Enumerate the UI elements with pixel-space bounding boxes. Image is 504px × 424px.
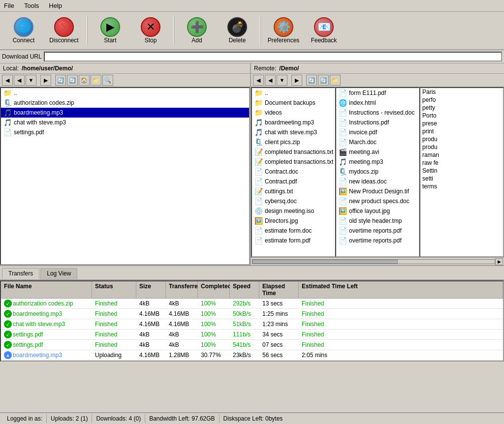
list-item[interactable]: 🎬meeting.avi — [336, 147, 419, 157]
list-item[interactable]: 🗜️ authorization codes.zip — [1, 98, 249, 108]
transfer-speed: 111b/s — [230, 330, 259, 339]
list-item[interactable]: 🎵boardmeeting.mp3 — [252, 118, 335, 127]
local-newfolder-button[interactable]: 📁 — [91, 75, 101, 86]
stop-button[interactable]: ✕ Stop — [131, 14, 170, 47]
list-item[interactable]: 📁.. — [252, 88, 335, 98]
preferences-icon: ⚙️ — [274, 17, 293, 37]
file-name: client pics.zip — [265, 139, 300, 146]
list-item[interactable]: produ — [420, 135, 503, 143]
local-dropdown-button[interactable]: ▼ — [26, 75, 36, 86]
remote-hscroll-thumb[interactable] — [252, 260, 398, 264]
delete-button[interactable]: 💣 Delete — [218, 14, 257, 47]
remote-newfolder-button[interactable]: 📁 — [330, 75, 341, 86]
local-refresh-button[interactable]: 🔄 — [55, 75, 66, 86]
list-item[interactable]: 📁Document backups — [252, 98, 335, 108]
local-search-button[interactable]: 🔍 — [102, 75, 113, 86]
preferences-button[interactable]: ⚙️ Preferences — [264, 14, 303, 47]
list-item[interactable]: 📄overtime reports.pdf — [336, 236, 419, 245]
list-item[interactable]: 🖼️Directors.jpg — [252, 216, 335, 226]
local-forward-button[interactable]: ▶ — [40, 75, 51, 86]
list-item[interactable]: 📄 settings.pdf — [1, 127, 249, 137]
list-item[interactable]: 📄cybersq.doc — [252, 196, 335, 206]
list-item[interactable]: Porto — [420, 112, 503, 120]
list-item[interactable]: produ — [420, 143, 503, 151]
list-item[interactable]: 🎵 chat with steve.mp3 — [1, 118, 249, 127]
file-name: authorization codes.zip — [14, 99, 74, 106]
list-item[interactable]: 📄form E111.pdf — [336, 88, 419, 98]
start-button[interactable]: ▶ Start — [91, 14, 130, 47]
list-item[interactable]: terms — [420, 182, 503, 190]
remote-forward-button[interactable]: ▶ — [291, 75, 302, 86]
list-item[interactable]: 🗜️mydocs.zip — [336, 167, 419, 177]
doc-icon: 📄 — [254, 197, 263, 206]
local-home-button[interactable]: 🏠 — [79, 75, 90, 86]
list-item[interactable]: 🎵 boardmeeting.mp3 — [1, 108, 249, 118]
list-item[interactable]: 📝completed transactions.txt — [252, 157, 335, 167]
remote-refresh2-button[interactable]: 🔄 — [318, 75, 329, 86]
list-item[interactable]: 📄old style header.tmp — [336, 216, 419, 226]
list-item[interactable]: 📄estimate form.pdf — [252, 236, 335, 245]
menu-help[interactable]: Help — [47, 1, 64, 10]
list-item[interactable]: 🎵meeting.mp3 — [336, 157, 419, 167]
file-name: New Product Design.tif — [349, 188, 409, 195]
list-item[interactable]: 🎵chat with steve.mp3 — [252, 127, 335, 137]
list-item[interactable]: 📄March.doc — [336, 137, 419, 147]
list-item[interactable]: prese — [420, 120, 503, 127]
remote-refresh-button[interactable]: 🔄 — [306, 75, 317, 86]
connect-button[interactable]: 🌐 Connect — [4, 14, 43, 47]
list-item[interactable]: petty — [420, 104, 503, 112]
list-item[interactable]: 📄invoice.pdf — [336, 127, 419, 137]
local-back2-button[interactable]: ◀ — [14, 75, 25, 86]
remote-back2-button[interactable]: ◀ — [265, 75, 276, 86]
add-button[interactable]: ➕ Add — [177, 14, 217, 47]
list-item[interactable]: perfo — [420, 96, 503, 104]
list-item[interactable]: 🌐index.html — [336, 98, 419, 108]
file-name: overtime reports.pdf — [349, 227, 402, 234]
feedback-button[interactable]: 📧 Feedback — [304, 14, 344, 47]
disconnect-button[interactable]: 🚫 Disconnect — [44, 14, 84, 47]
remote-panel-toolbar: ◀ ◀ ▼ ▶ 🔄 🔄 📁 — [251, 74, 504, 87]
list-item[interactable]: 📁 .. — [1, 88, 249, 98]
list-item[interactable]: 📝completed transactions.txt — [252, 147, 335, 157]
list-item[interactable]: 📄Contract.doc — [252, 167, 335, 177]
remote-dropdown-button[interactable]: ▼ — [277, 75, 287, 86]
disconnect-label: Disconnect — [49, 37, 78, 44]
list-item[interactable]: 📄overtime reports.pdf — [336, 226, 419, 236]
local-label: Local: — [3, 65, 19, 72]
list-item[interactable]: 📝cuttings.txt — [252, 186, 335, 196]
remote-hscroll-track[interactable] — [252, 259, 495, 264]
list-item[interactable]: 📄Instructions - revised.doc — [336, 108, 419, 118]
list-item[interactable]: 📄new ideas.doc — [336, 177, 419, 186]
menu-tools[interactable]: Tools — [22, 1, 41, 10]
local-back-button[interactable]: ◀ — [2, 75, 13, 86]
list-item[interactable]: 📄Instructions.pdf — [336, 118, 419, 127]
remote-back-button[interactable]: ◀ — [253, 75, 264, 86]
logged-in-status: Logged in as: — [3, 414, 47, 423]
list-item[interactable]: 💿design meeting.iso — [252, 206, 335, 216]
hscroll-right-button[interactable]: ▶ — [495, 258, 503, 265]
list-item[interactable]: 📄estimate form.doc — [252, 226, 335, 236]
list-item[interactable]: setti — [420, 175, 503, 182]
list-item[interactable]: Settin — [420, 167, 503, 175]
list-item[interactable]: 📄Contract.pdf — [252, 177, 335, 186]
tab-logview[interactable]: Log View — [40, 268, 77, 279]
remote-hscrollbar[interactable]: ▶ — [251, 257, 504, 265]
list-item[interactable]: 📁videos — [252, 108, 335, 118]
urlbar: Download URL — [0, 50, 504, 63]
list-item[interactable]: raman — [420, 151, 503, 159]
urlbar-input[interactable] — [44, 52, 502, 61]
list-item[interactable]: 🖼️New Product Design.tif — [336, 186, 419, 196]
list-item[interactable]: 📄new product specs.doc — [336, 196, 419, 206]
list-item[interactable]: print — [420, 127, 503, 135]
tab-transfers[interactable]: Transfers — [2, 268, 39, 279]
list-item[interactable]: Paris — [420, 88, 503, 96]
list-item[interactable]: 🖼️office layout.jpg — [336, 206, 419, 216]
file-name: cuttings.txt — [265, 188, 293, 195]
list-item[interactable]: raw fe — [420, 159, 503, 167]
transfer-esttime: 2:05 mins — [299, 351, 503, 360]
menu-file[interactable]: File — [2, 1, 16, 10]
remote-file-list-col1: 📁.. 📁Document backups 📁videos 🎵boardmeet… — [251, 87, 335, 257]
local-panel-toolbar: ◀ ◀ ▼ ▶ 🔄 🔄 🏠 📁 🔍 — [0, 74, 250, 87]
local-refresh2-button[interactable]: 🔄 — [67, 75, 78, 86]
list-item[interactable]: 🗜️client pics.zip — [252, 137, 335, 147]
